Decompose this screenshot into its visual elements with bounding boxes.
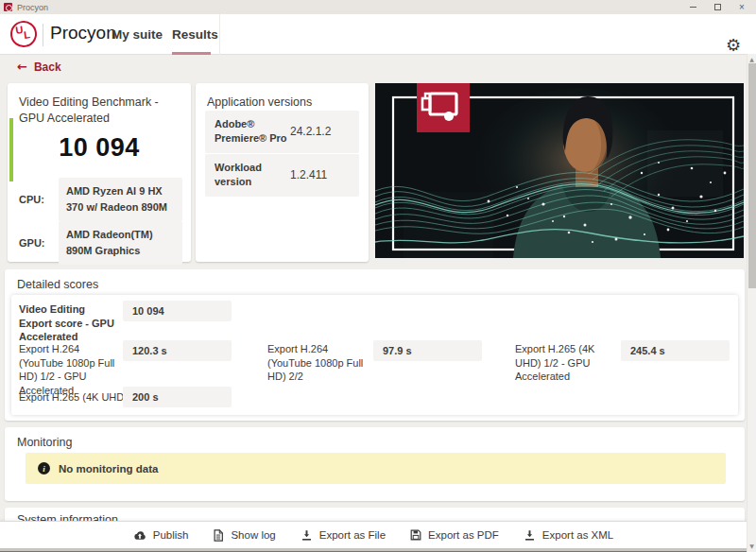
window-titlebar: Procyon × [0,0,756,14]
benchmark-summary-card: Video Editing Benchmark - GPU Accelerate… [8,83,191,262]
cpu-label: CPU: [19,194,59,205]
brand-title: Procyon [50,23,116,43]
export-pdf-button[interactable]: Export as PDF [410,529,499,541]
h264-2of2-value: 97.9 s [373,340,482,361]
footer-actions-bar: Publish Show log Export as File Export [0,521,747,548]
cloud-upload-icon [133,529,146,542]
close-icon: × [739,3,745,12]
h264-1of2-value: 120.3 s [123,340,232,361]
scroll-up-icon[interactable]: ▲ [747,56,756,62]
app-icon [4,3,12,11]
back-button[interactable]: ← Back [17,60,61,74]
download-icon [301,529,313,542]
h264-1of2-label: Export H.264 (YouTube 1080p Full HD) 1/2… [19,342,117,397]
export-xml-button[interactable]: Export as XML [524,529,613,542]
minimize-button[interactable] [680,0,705,14]
tab-results[interactable]: Results [172,27,218,42]
scrollbar-thumb[interactable] [748,63,756,288]
gpu-label: GPU: [19,237,59,249]
show-log-label: Show log [231,529,275,541]
procyon-app-window: Procyon × U L Procyon My suite Results ⚙… [0,0,756,552]
publish-button[interactable]: Publish [133,529,189,542]
scroll-down-icon[interactable]: ▼ [747,543,756,549]
no-monitoring-banner: i No monitoring data [26,453,726,484]
video-editing-artwork [375,83,744,258]
header-divider [43,24,43,46]
publish-label: Publish [153,529,189,541]
tab-my-suite[interactable]: My suite [112,27,163,42]
workload-version-row: Workload version 1.2.411 [205,154,359,197]
application-versions-title: Application versions [196,83,369,111]
close-button[interactable]: × [730,0,754,14]
monitoring-section: Monitoring i No monitoring data [5,427,745,501]
window-title: Procyon [17,3,48,12]
premiere-label: Adobe® Premiere® Pro [215,117,290,147]
vertical-scrollbar[interactable]: ▲ ▼ [747,54,756,552]
h265-1of2-value: 245.4 s [621,340,730,361]
detailed-scores-section: Detailed scores Video Editing Export sco… [5,269,745,421]
monitoring-title: Monitoring [17,436,72,449]
h265-2of2-value: 200 s [123,387,232,407]
window-controls: × [680,0,754,14]
detailed-scores-title: Detailed scores [17,278,98,291]
h264-2of2-label: Export H.264 (YouTube 1080p Full HD) 2/2 [267,342,369,384]
benchmark-title: Video Editing Benchmark - GPU Accelerate… [8,83,191,127]
export-score-label: Video Editing Export score - GPU Acceler… [19,302,117,344]
video-camera-badge [417,83,470,132]
workload-version: 1.2.411 [290,168,327,181]
gpu-value: AMD Radeon(TM) 890M Graphics [59,221,182,265]
application-versions-card: Application versions Adobe® Premiere® Pr… [196,83,369,262]
header-separator [219,14,220,55]
premiere-version-row: Adobe® Premiere® Pro 24.2.1.2 [205,111,359,153]
back-label: Back [34,60,61,74]
export-file-label: Export as File [319,529,386,541]
export-file-button[interactable]: Export as File [301,529,386,542]
maximize-icon [714,4,721,10]
app-header: U L Procyon My suite Results ⚙ [0,14,756,55]
save-icon [410,529,421,541]
benchmark-score: 10 094 [8,133,191,163]
maximize-button[interactable] [705,0,730,14]
export-xml-label: Export as XML [542,529,613,541]
download-icon [524,529,536,542]
gpu-spec-row: GPU: AMD Radeon(TM) 890M Graphics [19,221,182,265]
active-tab-underline [172,52,211,55]
document-icon [213,529,224,542]
workload-label: Workload version [215,161,290,190]
ul-logo-l: L [23,28,30,41]
no-monitoring-message: No monitoring data [59,463,158,474]
detailed-scores-card: Video Editing Export score - GPU Acceler… [11,295,738,415]
cpu-value: AMD Ryzen AI 9 HX 370 w/ Radeon 890M [59,178,182,221]
settings-gear-icon[interactable]: ⚙ [726,35,741,55]
cpu-spec-row: CPU: AMD Ryzen AI 9 HX 370 w/ Radeon 890… [19,178,182,221]
export-score-value: 10 094 [123,301,232,321]
show-log-button[interactable]: Show log [213,529,275,542]
artwork-canvas [375,83,744,258]
minimize-icon [690,7,696,8]
ul-logo: U L [9,19,39,49]
export-pdf-label: Export as PDF [428,529,499,541]
info-icon: i [38,462,50,474]
premiere-version: 24.2.1.2 [290,125,331,138]
h265-1of2-label: Export H.265 (4K UHD) 1/2 - GPU Accelera… [515,342,621,384]
back-arrow-icon: ← [17,60,27,74]
